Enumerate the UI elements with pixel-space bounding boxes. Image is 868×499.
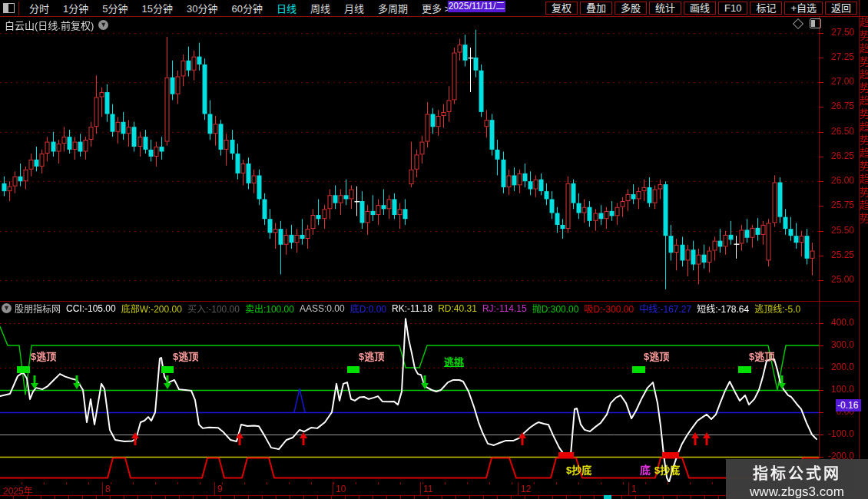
price-tick [819,256,823,256]
tab-周线[interactable]: 周线 [303,3,337,15]
price-tick [819,58,823,58]
stock-title: 白云山(日线.前复权) [5,18,94,32]
indicator-label: -100.0 [819,428,854,439]
indicator-value-短线: 短线:-178.64 [697,302,749,314]
tab-5分钟[interactable]: 5分钟 [95,3,134,15]
button-多股[interactable]: 多股 [615,2,647,15]
indicator-value-买入: 买入:-100.00 [187,302,240,314]
period-tabs: 分时1分钟5分钟15分钟30分钟60分钟日线周线月线多周期更多 > [22,1,457,15]
panel-divider-line [0,301,859,302]
indicator-value-RD: RD:40.31 [438,303,477,314]
date-divider [333,482,333,495]
watermark-url: www.zbgs3.com [726,484,868,499]
month-label-8: 8 [105,484,111,494]
price-tick [819,107,823,107]
button-标记[interactable]: 标记 [750,2,782,15]
selected-date-badge: 2025/11/11/二 [448,1,505,12]
tab-30分钟[interactable]: 30分钟 [180,3,224,15]
button-画线[interactable]: 画线 [684,2,716,15]
year-label: 2025年 [3,484,33,497]
indicator-label: 100.0 [819,384,854,395]
taoding-signal-label: $逃顶 [31,349,56,363]
chevron-down-icon[interactable]: ▼ [98,20,108,30]
indicator-tick [819,435,823,435]
di-signal-label: 底 [640,461,651,477]
price-label: 25.25 [819,250,854,260]
layout-split-icon[interactable] [3,3,15,13]
watermark: 指标公式网 www.zbgs3.com [726,459,868,499]
price-label: 26.00 [819,175,854,186]
taoding-signal-label: $逃顶 [359,349,384,363]
button-统计[interactable]: 统计 [649,2,681,15]
main-chart-canvas[interactable] [0,17,819,301]
month-label-1: 1 [631,484,637,494]
tab-1分钟[interactable]: 1分钟 [56,3,95,15]
indicator-header: ▼ 股朋指标网 CCI:-105.00底部W:-200.00买入:-100.00… [2,302,817,314]
indicator-label: 200.0 [819,362,854,372]
indicator-tick [819,412,823,413]
indicator-source[interactable]: 股朋指标网 [15,302,61,314]
indicator-value-RJ: RJ:-114.15 [482,303,527,314]
tab-月线[interactable]: 月线 [337,3,371,15]
diamond-icon[interactable] [793,18,803,28]
timeline-thumb[interactable] [604,495,611,499]
chaodi-signal-label: $抄底 [654,462,680,477]
tab-多周期[interactable]: 多周期 [371,3,415,15]
pane-split-icon[interactable] [810,18,821,28]
toolbar-divider [18,2,19,15]
indicator-label: 400.0 [819,317,854,328]
button-F10[interactable]: F10 [718,2,747,15]
price-label: 25.75 [819,200,854,210]
month-label-12: 12 [521,484,531,494]
tab-分时[interactable]: 分时 [22,3,56,15]
price-tick [819,82,823,83]
indicator-cursor-value: -0.16 [836,399,861,411]
price-label: 25.00 [819,274,854,285]
taoding-signal-label: $逃顶 [173,349,198,363]
price-tick [819,33,823,34]
chevron-down-icon[interactable]: ▼ [2,303,12,313]
tab-日线[interactable]: 日线 [270,3,303,15]
indicator-value-抛D: 抛D:300.00 [532,302,579,314]
price-label: 26.75 [819,101,854,111]
button-+自选[interactable]: +自选 [784,2,823,15]
taoding-signal-label: $逃顶 [749,349,774,363]
button-复权[interactable]: 复权 [545,2,578,15]
price-label: 26.25 [819,150,854,161]
indicator-tick [819,368,823,368]
taoding-signal-label: $逃顶 [644,349,669,363]
indicator-tick [819,390,823,391]
price-tick [819,132,823,133]
indicator-value-吸D: 吸D:-300.00 [584,302,634,314]
date-divider [214,482,215,495]
indicator-value-RK: RK:-11.18 [392,303,432,314]
indicator-value-CCI: CCI:-105.00 [66,303,116,314]
date-divider [420,482,421,495]
indicator-tick [819,323,823,324]
indicator-value-逃顶线: 逃顶线:-5.0 [754,302,800,314]
indicator-value-卖出: 卖出:100.00 [245,302,294,314]
price-label: 27.00 [819,76,854,87]
tab-60分钟[interactable]: 60分钟 [224,3,269,15]
price-tick [819,206,823,207]
button-返回[interactable]: 返回 [825,2,857,15]
indicator-label: 300.0 [819,339,854,350]
chart-title-row: 白云山(日线.前复权) ▼ [5,18,108,31]
watermark-title: 指标公式网 [726,461,868,484]
indicator-value-AASS: AASS:0.00 [300,303,345,314]
price-label: 26.50 [819,126,854,137]
app-window: 分时1分钟5分钟15分钟30分钟60分钟日线周线月线多周期更多 > 复权叠加多股… [0,0,868,499]
right-edge-vertical-text: 趋势趋势趋势趋势趋势趋势趋势趋势 [860,17,868,496]
tab-15分钟[interactable]: 15分钟 [134,3,179,15]
indicator-tick [819,457,823,458]
button-叠加[interactable]: 叠加 [580,2,612,15]
indicator-value-底D: 底D:0.00 [350,302,386,314]
price-label: 27.25 [819,51,854,62]
month-label-9: 9 [217,484,223,494]
indicator-canvas[interactable] [0,301,819,482]
indicator-value-底部W: 底部W:-200.00 [121,302,182,314]
price-label: 27.50 [819,27,854,38]
price-tick [819,231,823,232]
date-divider [628,482,629,495]
indicator-value-中线: 中线:-167.27 [639,302,691,314]
